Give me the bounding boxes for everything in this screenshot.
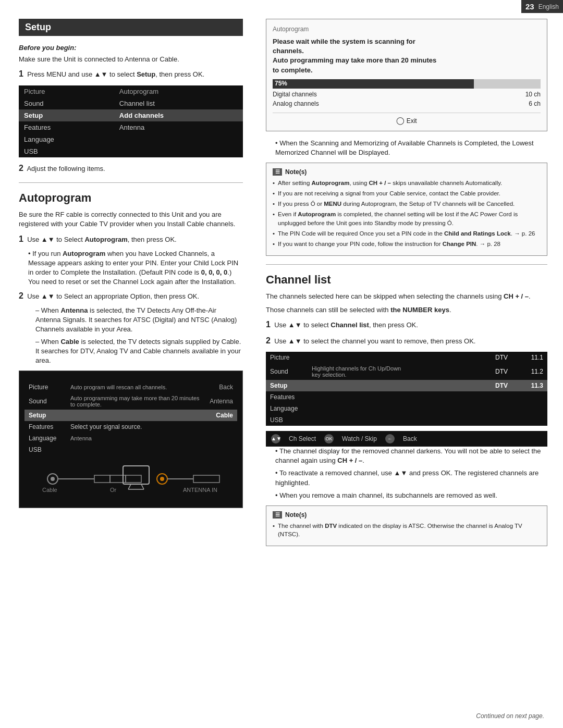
cl-row-picture: Picture DTV 11.1 bbox=[266, 352, 547, 363]
ch-select-icon: ▲▼ bbox=[271, 434, 280, 443]
cl-row-features: Features bbox=[266, 391, 547, 403]
svg-text:ANTENNA IN: ANTENNA IN bbox=[183, 487, 217, 493]
page-number-bar: 23 English bbox=[521, 0, 563, 13]
ant-menu-row-sound: Sound Auto programming may take more tha… bbox=[25, 393, 237, 410]
step1-text: 1 Press MENU and use ▲▼ to select Setup,… bbox=[19, 68, 243, 80]
channel-list-menu-table: Picture DTV 11.1 Sound Highlight channel… bbox=[266, 352, 547, 426]
cl-dtv-sound: DTV bbox=[476, 363, 512, 380]
ch-step2-number: 2 bbox=[266, 336, 271, 345]
cl-row-language: Language bbox=[266, 403, 547, 414]
ch-back-label: Back bbox=[403, 435, 417, 442]
ant-menu-right-cable: Cable bbox=[205, 410, 237, 421]
ant-menu-row-picture: Picture Auto program will rescan all cha… bbox=[25, 381, 237, 393]
ant-menu-row-usb: USB bbox=[25, 444, 237, 455]
analog-label: Analog channels bbox=[273, 100, 319, 107]
cl-note-language bbox=[308, 403, 476, 414]
cl-label-usb: USB bbox=[266, 414, 308, 426]
continued-label: Continued on next page. bbox=[476, 712, 544, 720]
cl-row-sound: Sound Highlight channels for Ch Up/Downk… bbox=[266, 363, 547, 380]
ap-msg-line1: Please wait while the system is scanning… bbox=[273, 38, 415, 45]
progress-label: 75% bbox=[275, 80, 287, 87]
note-3: If you press Ó or MENU during Autoprogra… bbox=[273, 200, 541, 208]
progress-bar-container: 75% bbox=[273, 79, 541, 89]
channel-list-intro: The channels selected here can be skippe… bbox=[266, 292, 547, 301]
menu-label-sound: Sound bbox=[19, 97, 114, 109]
channel-list-intro2: Those channels can still be selected wit… bbox=[266, 305, 547, 315]
ch-note-1: The channel with DTV indicated on the di… bbox=[273, 522, 541, 538]
step2-text: 2 Adjust the following items. bbox=[19, 163, 243, 174]
note-2: If you are not receiving a signal from y… bbox=[273, 189, 541, 198]
ch-back-icon: ← bbox=[385, 434, 395, 443]
section-divider bbox=[19, 182, 243, 183]
cl-label-picture: Picture bbox=[266, 352, 308, 363]
ant-menu-right-usb bbox=[205, 444, 237, 455]
auto-sub2: When Cable is selected, the TV detects s… bbox=[35, 337, 243, 366]
ap-msg-line3: Auto programming may take more than 20 m… bbox=[273, 56, 436, 64]
auto-step1-label: Use ▲▼ to Select Autoprogram, then press… bbox=[27, 236, 177, 243]
notes-title: ☰ Note(s) bbox=[273, 168, 541, 176]
note-5: The PIN Code will be required Once you s… bbox=[273, 229, 541, 238]
ant-menu-note-features: Select your signal source. bbox=[66, 421, 205, 433]
autoprogram-msg: Please wait while the system is scanning… bbox=[273, 37, 541, 75]
step1-number: 1 bbox=[19, 69, 23, 78]
auto-bullet1: If you run Autoprogram when you have Loc… bbox=[28, 249, 243, 287]
menu-label-language: Language bbox=[19, 133, 114, 145]
auto-step2: 2 Use ▲▼ to Select an appropriate Option… bbox=[19, 290, 243, 302]
cl-label-sound: Sound bbox=[266, 363, 308, 380]
cl-dtv-features bbox=[476, 391, 512, 403]
cl-row-setup: Setup DTV 11.3 bbox=[266, 380, 547, 391]
menu-label-features: Features bbox=[19, 121, 114, 133]
cl-row-usb: USB bbox=[266, 414, 547, 426]
ant-menu-right-language bbox=[205, 433, 237, 444]
svg-line-15 bbox=[141, 484, 144, 489]
ch-step2-label: Use ▲▼ to select the channel you want to… bbox=[274, 337, 475, 345]
svg-rect-6 bbox=[94, 475, 110, 483]
cl-dtv-picture: DTV bbox=[476, 352, 512, 363]
note-1: After setting Autoprogram, using CH + / … bbox=[273, 179, 541, 187]
note-4: Even if Autoprogram is completed, the ch… bbox=[273, 210, 541, 227]
autoprogram-notes-box: ☰ Note(s) After setting Autoprogram, usi… bbox=[266, 163, 547, 256]
antenna-menu-table: Picture Auto program will rescan all cha… bbox=[25, 381, 237, 455]
cl-label-features: Features bbox=[266, 391, 308, 403]
menu-row-sound: Sound Channel list bbox=[19, 97, 243, 109]
svg-rect-8 bbox=[126, 475, 141, 483]
ant-menu-label-language: Language bbox=[25, 433, 66, 444]
antenna-selection-box: Picture Auto program will rescan all cha… bbox=[19, 371, 243, 508]
ch-watch-label: Watch / Skip bbox=[342, 435, 377, 442]
ant-menu-note-usb bbox=[66, 444, 205, 455]
page-number: 23 bbox=[525, 2, 534, 11]
ant-menu-label-usb: USB bbox=[25, 444, 66, 455]
ch-bullet1: The channel display for the removed chan… bbox=[275, 447, 547, 465]
ant-menu-note-picture: Auto program will rescan all channels. bbox=[66, 381, 205, 393]
ch-notes-icon: ☰ bbox=[273, 511, 282, 519]
ch-bullet3: When you remove a main channel, its subc… bbox=[275, 491, 547, 500]
menu-row-language: Language bbox=[19, 133, 243, 145]
right-bullet1: When the Scanning and Memorizing of Avai… bbox=[275, 139, 547, 157]
auto-sub1: When Antenna is selected, the TV Detects… bbox=[35, 306, 243, 335]
cl-note-usb bbox=[308, 414, 476, 426]
exit-bar: ◯ Exit bbox=[273, 113, 541, 125]
menu-row-picture: Picture Autoprogram bbox=[19, 85, 243, 97]
menu-row-setup: Setup Add channels bbox=[19, 109, 243, 121]
cl-dtv-setup: DTV bbox=[476, 380, 512, 391]
svg-rect-12 bbox=[193, 475, 219, 483]
setup-menu-table: Picture Autoprogram Sound Channel list S… bbox=[19, 85, 243, 157]
ch-bullet2: To reactivate a removed channel, use ▲▼ … bbox=[275, 468, 547, 487]
menu-sub-usb bbox=[114, 145, 243, 157]
cl-note-features bbox=[308, 391, 476, 403]
left-column: Setup Before you begin: Make sure the Un… bbox=[19, 19, 243, 513]
progress-bar-outer: 75% bbox=[273, 79, 541, 89]
auto-step1-number: 1 bbox=[19, 235, 23, 243]
digital-channels-info: Digital channels 10 ch bbox=[273, 91, 541, 98]
svg-text:Or: Or bbox=[110, 487, 117, 493]
ant-menu-note-setup bbox=[66, 410, 205, 421]
cl-note-sound: Highlight channels for Ch Up/Downkey sel… bbox=[308, 363, 476, 380]
step2-label: Adjust the following items. bbox=[27, 165, 105, 172]
step2-number: 2 bbox=[19, 164, 23, 172]
setup-section-title: Setup bbox=[19, 19, 243, 36]
svg-point-10 bbox=[160, 477, 164, 481]
autoprogram-popup-title: Autoprogram bbox=[273, 26, 541, 33]
ch-step1-label: Use ▲▼ to select Channel list, then pres… bbox=[274, 321, 418, 329]
progress-bar-inner bbox=[273, 79, 474, 89]
exit-label: Exit bbox=[407, 117, 417, 125]
